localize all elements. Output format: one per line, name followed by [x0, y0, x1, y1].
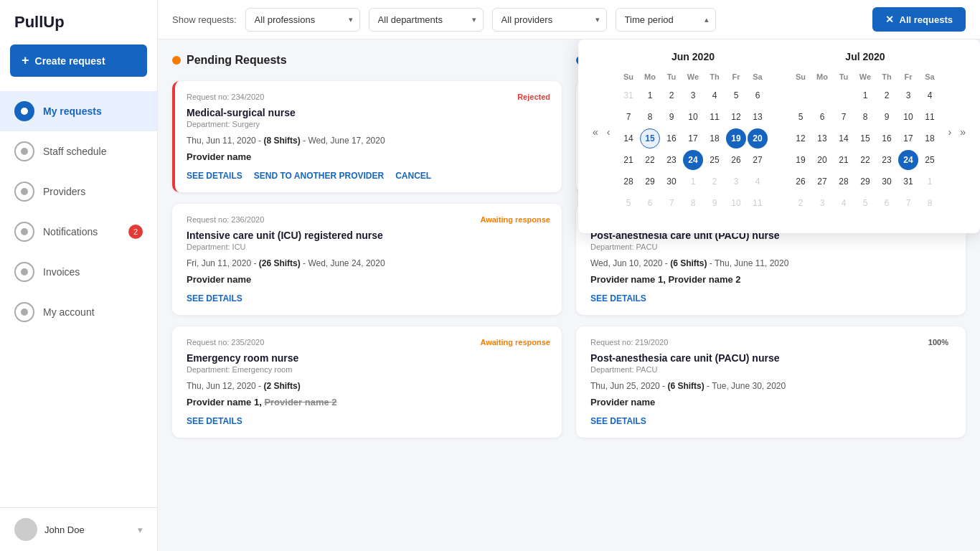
cal-day[interactable]: 21: [834, 150, 854, 170]
sidebar-item-my-requests[interactable]: My requests: [0, 91, 157, 131]
cal-day[interactable]: 26: [791, 171, 811, 192]
all-requests-label: All requests: [900, 14, 953, 25]
cal-day[interactable]: 16: [661, 128, 682, 149]
card-217-see-details[interactable]: SEE DETAILS: [590, 293, 646, 303]
calendar-next-next-button[interactable]: »: [957, 125, 969, 139]
cal-day[interactable]: 13: [812, 128, 832, 149]
cal-day[interactable]: 18: [920, 128, 940, 149]
cal-day[interactable]: 9: [705, 193, 725, 213]
cal-day[interactable]: 26: [726, 150, 746, 170]
cal-day[interactable]: 21: [618, 150, 639, 170]
cal-day[interactable]: 8: [640, 107, 660, 127]
cal-day[interactable]: 12: [726, 107, 746, 127]
sidebar-item-notifications[interactable]: Notifications 2: [0, 212, 157, 252]
card-235-see-details[interactable]: SEE DETAILS: [187, 416, 242, 426]
cal-day[interactable]: 31: [898, 171, 918, 192]
cal-day-19[interactable]: 19: [726, 128, 746, 149]
cal-day[interactable]: 11: [920, 107, 940, 127]
providers-filter[interactable]: All providers: [492, 8, 607, 32]
time-period-filter[interactable]: Time period: [616, 8, 716, 32]
cal-day[interactable]: 3: [726, 171, 746, 192]
cal-day[interactable]: 22: [855, 150, 875, 170]
cal-day-20[interactable]: 20: [748, 128, 768, 149]
cal-day[interactable]: 15: [855, 128, 875, 149]
cal-day-15[interactable]: 15: [640, 128, 660, 149]
nav-label-providers: Providers: [43, 186, 85, 197]
calendar-prev-prev-button[interactable]: «: [590, 125, 601, 139]
cal-day[interactable]: 4: [705, 85, 725, 105]
sidebar-item-providers[interactable]: Providers: [0, 171, 157, 212]
card-234-send-to-provider[interactable]: SEND TO ANOTHER PROVIDER: [254, 171, 384, 181]
cal-day[interactable]: 14: [834, 128, 854, 149]
cal-day[interactable]: 30: [877, 171, 897, 192]
cal-day[interactable]: 28: [834, 171, 854, 192]
cal-day[interactable]: 8: [683, 193, 703, 213]
cal-day[interactable]: 20: [812, 150, 832, 170]
calendar-prev-button[interactable]: ‹: [604, 125, 613, 139]
cal-day-24-jun[interactable]: 24: [683, 150, 703, 170]
cal-day[interactable]: 27: [748, 150, 768, 170]
cal-day[interactable]: 2: [661, 85, 682, 105]
cal-day[interactable]: 6: [812, 107, 832, 127]
cal-day[interactable]: 7: [834, 107, 854, 127]
cal-day[interactable]: 11: [705, 107, 725, 127]
cal-day[interactable]: 7: [618, 107, 639, 127]
cal-day[interactable]: 6: [640, 193, 660, 213]
cal-day[interactable]: 5: [726, 85, 746, 105]
cal-day[interactable]: 27: [812, 171, 832, 192]
calendar-next-button[interactable]: ›: [946, 125, 955, 139]
cal-day[interactable]: 2: [705, 171, 725, 192]
cal-day[interactable]: 10: [726, 193, 746, 213]
cal-day[interactable]: 30: [661, 171, 682, 192]
cal-day[interactable]: 13: [748, 107, 768, 127]
sidebar-item-invoices[interactable]: Invoices: [0, 252, 157, 292]
cal-day[interactable]: 25: [705, 150, 725, 170]
cal-day[interactable]: 25: [920, 150, 940, 170]
cal-day[interactable]: 4: [748, 171, 768, 192]
cal-day[interactable]: 1: [855, 85, 875, 105]
sidebar-item-staff-schedule[interactable]: Staff schedule: [0, 131, 157, 171]
departments-filter[interactable]: All departments: [369, 8, 484, 32]
cal-day[interactable]: 18: [705, 128, 725, 149]
cal-day-24-jul[interactable]: 24: [898, 150, 918, 170]
cal-day[interactable]: 10: [683, 107, 703, 127]
cal-day[interactable]: 17: [683, 128, 703, 149]
cal-day[interactable]: 11: [748, 193, 768, 213]
cal-day[interactable]: 31: [618, 85, 639, 105]
card-234-see-details[interactable]: SEE DETAILS: [187, 171, 242, 181]
cal-day[interactable]: 9: [661, 107, 682, 127]
cal-day[interactable]: 5: [791, 107, 811, 127]
cal-day[interactable]: 1: [640, 85, 660, 105]
all-requests-button[interactable]: ✕ All requests: [872, 7, 966, 32]
cal-day[interactable]: 4: [920, 85, 940, 105]
cal-day[interactable]: 16: [877, 128, 897, 149]
user-footer[interactable]: John Doe ▾: [0, 507, 157, 551]
cal-day[interactable]: 12: [791, 128, 811, 149]
cal-day[interactable]: 22: [640, 150, 660, 170]
cal-day[interactable]: 23: [877, 150, 897, 170]
cal-day[interactable]: 19: [791, 150, 811, 170]
cal-day[interactable]: 2: [877, 85, 897, 105]
cal-day[interactable]: 28: [618, 171, 639, 192]
cal-day[interactable]: 5: [618, 193, 639, 213]
cal-day[interactable]: 29: [855, 171, 875, 192]
cal-day[interactable]: 10: [898, 107, 918, 127]
cal-day[interactable]: 17: [898, 128, 918, 149]
cal-day[interactable]: 1: [683, 171, 703, 192]
cal-day[interactable]: 3: [683, 85, 703, 105]
card-219-see-details[interactable]: SEE DETAILS: [590, 416, 646, 426]
cal-day[interactable]: 8: [855, 107, 875, 127]
professions-filter[interactable]: All professions: [245, 8, 360, 32]
cal-day[interactable]: 6: [748, 85, 768, 105]
cal-day[interactable]: 9: [877, 107, 897, 127]
cal-day[interactable]: 3: [898, 85, 918, 105]
sidebar-item-my-account[interactable]: My account: [0, 292, 157, 332]
cal-day[interactable]: 23: [661, 150, 682, 170]
cal-header-fr: Fr: [898, 70, 918, 84]
cal-day[interactable]: 14: [618, 128, 639, 149]
create-request-button[interactable]: + Create request: [10, 44, 147, 77]
cal-day[interactable]: 7: [661, 193, 682, 213]
card-234-cancel[interactable]: CANCEL: [395, 171, 431, 181]
card-236-see-details[interactable]: SEE DETAILS: [187, 293, 242, 303]
cal-day[interactable]: 29: [640, 171, 660, 192]
